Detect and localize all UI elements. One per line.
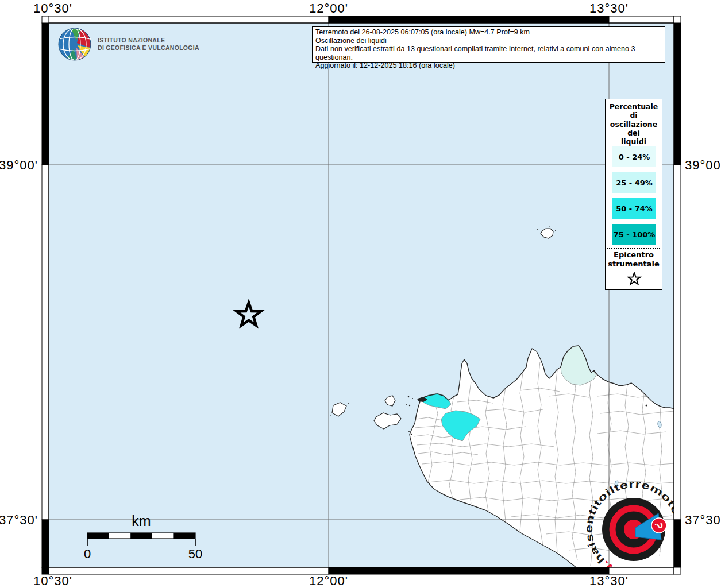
legend-swatch-75-100: 75 - 100% (612, 224, 656, 245)
axis-label-top-center: 12°00' (309, 1, 348, 16)
ingv-wordmark: ISTITUTO NAZIONALE DI GEOFISICA E VULCAN… (98, 37, 199, 52)
legend-epicenter-line1: Epicentro (606, 250, 662, 260)
ingv-logo: ISTITUTO NAZIONALE DI GEOFISICA E VULCAN… (57, 26, 207, 62)
scale-bar-start: 0 (84, 547, 91, 561)
axis-label-left-37: 37°30' (0, 513, 38, 527)
legend-epicenter-line2: strumentale (606, 260, 662, 269)
scale-bar-unit: km (132, 513, 151, 529)
coastal-mark (646, 405, 647, 407)
axis-label-top-left: 10°30' (33, 1, 72, 16)
axis-label-bottom-center: 12°00' (309, 574, 348, 588)
axis-label-right-37: 37°30' (685, 513, 721, 527)
legend-title-line: oscillazione (606, 120, 662, 129)
legend: Percentuale di oscillazione dei liquidi … (605, 99, 662, 290)
event-info-line4: Aggiornato il: 12-12-2025 18:16 (ora loc… (315, 61, 662, 70)
ingv-wordmark-line1: ISTITUTO NAZIONALE (98, 37, 199, 44)
map-canvas: km 0 50 ? www.haisentitoilterremoto.it (0, 0, 721, 588)
axis-label-bottom-left: 10°30' (33, 574, 72, 588)
event-info-line2: Oscillazione dei liquidi (315, 37, 662, 45)
event-info-line1: Terremoto del 26-08-2025 06:07:05 (ora l… (315, 28, 662, 37)
scale-bar-end: 50 (188, 547, 202, 561)
legend-divider (607, 248, 660, 249)
axis-label-bottom-right: 13°30' (589, 574, 629, 588)
ingv-globe-icon (57, 27, 92, 61)
legend-title: Percentuale di oscillazione dei liquidi (606, 102, 662, 146)
axis-label-right-39: 39°00' (685, 158, 721, 172)
axis-label-left-39: 39°00' (0, 158, 38, 172)
axis-label-top-right: 13°30' (589, 1, 629, 16)
legend-epicenter-label: Epicentro strumentale (606, 250, 662, 269)
ingv-wordmark-line2: DI GEOFISICA E VULCANOLOGIA (98, 44, 199, 52)
event-info-box: Terremoto del 26-08-2025 06:07:05 (ora l… (312, 26, 665, 63)
macroseismic-map-page: km 0 50 ? www.haisentitoilterremoto.it (0, 0, 721, 588)
event-info-line3: Dati non verificati estratti da 13 quest… (315, 45, 662, 61)
legend-title-line: liquidi (606, 137, 662, 146)
legend-epicenter-star-icon (627, 272, 642, 287)
legend-title-line: dei (606, 129, 662, 137)
legend-swatch-50-74: 50 - 74% (612, 198, 656, 219)
legend-swatch-25-49: 25 - 49% (612, 172, 656, 193)
watermark-tld: .it (0, 0, 3, 2)
legend-swatch-0-24: 0 - 24% (612, 146, 656, 167)
legend-title-line: di (606, 111, 662, 119)
legend-title-line: Percentuale (606, 102, 662, 111)
